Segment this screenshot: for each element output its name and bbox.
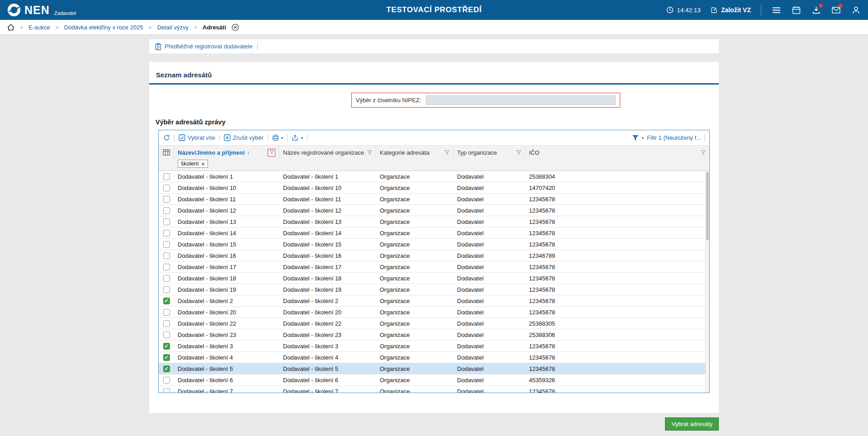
register-supplier-link[interactable]: Předběžně registrovat dodavatele <box>155 43 252 50</box>
table-row[interactable]: Dodavatel - školení 2 Dodavatel - školen… <box>159 295 709 307</box>
table-row[interactable]: Dodavatel - školení 20 Dodavatel - škole… <box>159 307 709 318</box>
column-filter-icon[interactable] <box>367 150 372 155</box>
cell-ico: 12345678 <box>525 230 709 237</box>
print-button[interactable]: ▾ <box>272 134 283 141</box>
row-checkbox[interactable] <box>163 252 170 259</box>
active-column-filter-icon[interactable] <box>268 149 275 156</box>
row-checkbox[interactable] <box>163 207 170 214</box>
cell-ico: 12345678 <box>525 264 709 270</box>
table-row[interactable]: Dodavatel - školení 11 Dodavatel - škole… <box>159 194 709 205</box>
table-row[interactable]: Dodavatel - školení 14 Dodavatel - škole… <box>159 227 709 239</box>
row-checkbox[interactable] <box>163 286 170 293</box>
row-checkbox[interactable] <box>163 365 170 372</box>
clear-selection-button[interactable]: Zrušit výběr <box>224 134 264 141</box>
table-row[interactable]: Dodavatel - školení 10 Dodavatel - škole… <box>159 182 709 194</box>
select-all-button[interactable]: Vybrat vše <box>179 134 215 141</box>
cell-category: Organizace <box>376 230 453 237</box>
row-checkbox[interactable] <box>163 173 170 180</box>
session-clock: 14:42:13 <box>666 6 701 14</box>
filter-chip[interactable]: školení × <box>178 160 208 168</box>
row-checkbox[interactable] <box>163 275 170 282</box>
row-checkbox[interactable] <box>163 332 170 338</box>
row-checkbox[interactable] <box>163 196 170 203</box>
export-button[interactable]: ▾ <box>292 134 303 141</box>
cell-ico: 12345678 <box>525 298 709 304</box>
messages-button[interactable] <box>831 5 841 15</box>
table-row[interactable]: Dodavatel - školení 23 Dodavatel - škole… <box>159 329 709 341</box>
breadcrumb: E-aukce Dodávka elektřiny v roce 2025 De… <box>0 20 868 35</box>
column-header-ico[interactable]: IČO <box>525 146 709 159</box>
column-filter-icon[interactable] <box>701 150 706 155</box>
cell-category: Organizace <box>376 264 453 270</box>
table-row[interactable]: Dodavatel - školení 6 Dodavatel - školen… <box>159 374 709 386</box>
clock-icon <box>666 6 674 14</box>
create-vz-button[interactable]: Založit VZ <box>711 6 751 14</box>
table-row[interactable]: Dodavatel - školení 19 Dodavatel - škole… <box>159 284 709 295</box>
active-filter-name[interactable]: Filtr 1 (Neuložený f... <box>647 134 701 141</box>
table-row[interactable]: Dodavatel - školení 5 Dodavatel - školen… <box>159 363 709 374</box>
breadcrumb-separator <box>149 24 152 31</box>
downloads-button[interactable] <box>811 5 821 15</box>
column-header-name[interactable]: Název/Jméno a příjmení ↑ <box>174 146 279 159</box>
nipez-input[interactable] <box>426 95 616 105</box>
filter-button[interactable] <box>632 135 639 141</box>
sort-ascending-icon: ↑ <box>247 149 250 156</box>
table-row[interactable]: Dodavatel - školení 16 Dodavatel - škole… <box>159 250 709 261</box>
calendar-icon <box>792 6 801 14</box>
row-checkbox[interactable] <box>163 388 170 393</box>
row-checkbox[interactable] <box>163 320 170 327</box>
table-row[interactable]: Dodavatel - školení 18 Dodavatel - škole… <box>159 273 709 284</box>
table-row[interactable]: Dodavatel - školení 17 Dodavatel - škole… <box>159 261 709 273</box>
cell-name: Dodavatel - školení 6 <box>174 377 279 384</box>
table-row[interactable]: Dodavatel - školení 3 Dodavatel - školen… <box>159 341 709 352</box>
cell-ico: 12345678 <box>525 343 709 350</box>
table-row[interactable]: Dodavatel - školení 12 Dodavatel - škole… <box>159 205 709 216</box>
column-chooser-button[interactable] <box>159 146 174 159</box>
column-filter-icon[interactable] <box>444 150 449 155</box>
select-addressees-button[interactable]: Vybrat adresáty <box>665 417 719 431</box>
row-checkbox[interactable] <box>163 309 170 316</box>
close-tab-icon[interactable] <box>231 24 239 31</box>
refresh-button[interactable] <box>163 134 170 141</box>
breadcrumb-e-aukce[interactable]: E-aukce <box>28 24 50 31</box>
table-row[interactable]: Dodavatel - školení 15 Dodavatel - škole… <box>159 239 709 250</box>
column-header-category[interactable]: Kategorie adresáta <box>376 146 453 159</box>
row-checkbox[interactable] <box>163 377 170 384</box>
table-row[interactable]: Dodavatel - školení 13 Dodavatel - škole… <box>159 216 709 227</box>
table-row[interactable]: Dodavatel - školení 7 Dodavatel - školen… <box>159 386 709 393</box>
nipez-row: Výběr z číselníku NIPEZ: <box>149 85 719 108</box>
cell-org: Dodavatel - školení 11 <box>279 196 376 203</box>
table-row[interactable]: Dodavatel - školení 1 Dodavatel - školen… <box>159 171 709 182</box>
cell-name: Dodavatel - školení 17 <box>174 264 279 270</box>
column-filter-icon[interactable] <box>516 150 521 155</box>
scrollbar-thumb[interactable] <box>706 172 709 240</box>
calendar-button[interactable] <box>791 5 801 15</box>
breadcrumb-separator <box>56 24 59 31</box>
row-checkbox[interactable] <box>163 241 170 248</box>
cell-type: Dodavatel <box>453 252 525 259</box>
row-checkbox[interactable] <box>163 354 170 361</box>
row-checkbox[interactable] <box>163 264 170 270</box>
remove-filter-icon[interactable]: × <box>202 161 205 167</box>
cell-org: Dodavatel - školení 1 <box>279 173 376 180</box>
column-header-org[interactable]: Název registrované organizace <box>279 146 376 159</box>
cell-org: Dodavatel - školení 5 <box>279 365 376 372</box>
row-checkbox[interactable] <box>163 343 170 350</box>
breadcrumb-zakazka[interactable]: Dodávka elektřiny v roce 2025 <box>64 24 143 31</box>
home-icon[interactable] <box>7 24 14 31</box>
table-row[interactable]: Dodavatel - školení 4 Dodavatel - školen… <box>159 352 709 363</box>
row-checkbox[interactable] <box>163 218 170 225</box>
table-row[interactable]: Dodavatel - školení 22 Dodavatel - škole… <box>159 318 709 329</box>
cell-org: Dodavatel - školení 4 <box>279 354 376 361</box>
profile-button[interactable] <box>851 5 861 15</box>
table-body: Dodavatel - školení 1 Dodavatel - školen… <box>159 171 709 393</box>
row-checkbox[interactable] <box>163 230 170 237</box>
menu-button[interactable] <box>771 5 781 15</box>
vertical-scrollbar[interactable] <box>705 171 709 393</box>
cell-type: Dodavatel <box>453 343 525 350</box>
column-header-type[interactable]: Typ organizace <box>453 146 525 159</box>
row-checkbox[interactable] <box>163 298 170 304</box>
breadcrumb-detail-vyzvy[interactable]: Detail výzvy <box>157 24 189 31</box>
nen-home-link[interactable]: NEN Zadavatel <box>7 3 76 17</box>
row-checkbox[interactable] <box>163 185 170 191</box>
